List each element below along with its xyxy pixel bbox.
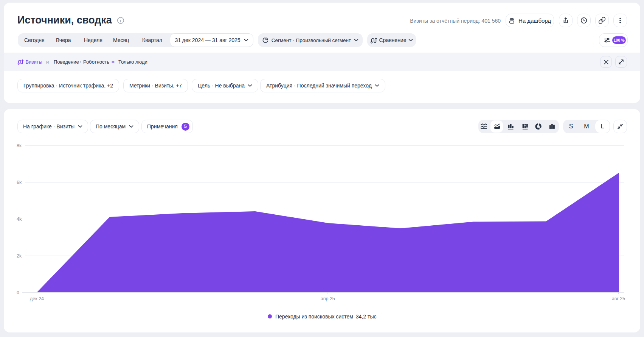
svg-text:8k: 8k xyxy=(17,143,22,148)
svg-text:дек 24: дек 24 xyxy=(30,296,44,301)
svg-text:авг 25: авг 25 xyxy=(612,296,625,301)
svg-text:апр 25: апр 25 xyxy=(321,296,335,301)
svg-text:6k: 6k xyxy=(17,180,22,185)
svg-text:2k: 2k xyxy=(17,253,22,259)
svg-text:0: 0 xyxy=(17,290,19,295)
svg-text:4k: 4k xyxy=(17,217,22,222)
